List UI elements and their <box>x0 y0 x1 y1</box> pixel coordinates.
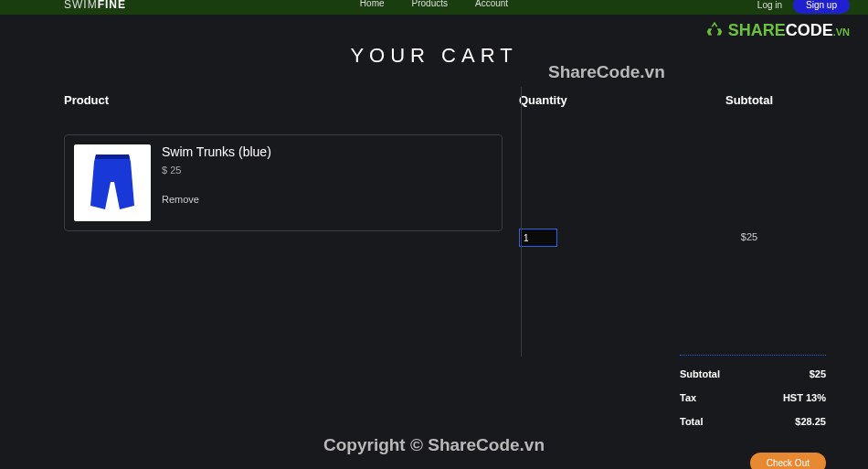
logo-bold: FINE <box>98 0 126 11</box>
watermark-sharecode: ShareCode.vn <box>548 62 665 82</box>
summary-subtotal-value: $25 <box>810 368 826 379</box>
logo[interactable]: SWIMFINE <box>64 0 126 11</box>
checkout-button[interactable]: Check Out <box>750 453 826 469</box>
header-right: Log in Sign up <box>757 0 850 14</box>
product-cell: Swim Trunks (blue) $ 25 Remove <box>64 125 512 247</box>
remove-link[interactable]: Remove <box>162 194 271 205</box>
subtotal-value: $25 <box>676 231 822 242</box>
summary-row-subtotal: Subtotal $25 <box>680 368 826 379</box>
summary-subtotal-label: Subtotal <box>680 368 720 379</box>
nav-products[interactable]: Products <box>412 0 448 8</box>
logo-thin: SWIM <box>64 0 98 11</box>
summary-total-value: $28.25 <box>795 416 826 427</box>
product-price: $ 25 <box>162 165 271 176</box>
swim-trunks-icon <box>87 153 138 213</box>
product-name: Swim Trunks (blue) <box>162 144 271 159</box>
product-card: Swim Trunks (blue) $ 25 Remove <box>64 134 503 231</box>
cart-grid: Product Quantity Subtotal Swim Trunks (b… <box>64 93 868 247</box>
copyright-watermark: Copyright © ShareCode.vn <box>323 435 545 455</box>
summary-row-tax: Tax HST 13% <box>680 392 826 403</box>
order-summary: Subtotal $25 Tax HST 13% Total $28.25 <box>680 355 826 440</box>
quantity-input[interactable] <box>519 229 557 247</box>
summary-row-total: Total $28.25 <box>680 416 826 427</box>
signup-button[interactable]: Sign up <box>793 0 850 14</box>
summary-tax-value: HST 13% <box>783 392 826 403</box>
nav-account[interactable]: Account <box>475 0 508 8</box>
product-image <box>74 144 151 221</box>
nav-home[interactable]: Home <box>360 0 385 8</box>
quantity-cell <box>512 125 676 247</box>
summary-tax-label: Tax <box>680 392 696 403</box>
watermark-text: SHARECODE.VN <box>728 21 850 40</box>
product-info: Swim Trunks (blue) $ 25 Remove <box>162 144 271 221</box>
vertical-divider <box>521 87 522 357</box>
page-title: YOUR CART <box>0 44 868 68</box>
subtotal-cell: $25 <box>676 125 822 247</box>
column-header-product: Product <box>64 93 512 125</box>
login-link[interactable]: Log in <box>757 0 782 10</box>
summary-total-label: Total <box>680 416 703 427</box>
column-header-quantity: Quantity <box>512 93 676 125</box>
watermark-logo: SHARECODE.VN <box>704 20 850 40</box>
nav: Home Products Account <box>360 0 508 8</box>
column-header-subtotal: Subtotal <box>676 93 822 125</box>
recycle-icon <box>704 20 725 40</box>
summary-divider <box>680 355 826 356</box>
header: SWIMFINE Home Products Account Log in Si… <box>0 0 868 15</box>
